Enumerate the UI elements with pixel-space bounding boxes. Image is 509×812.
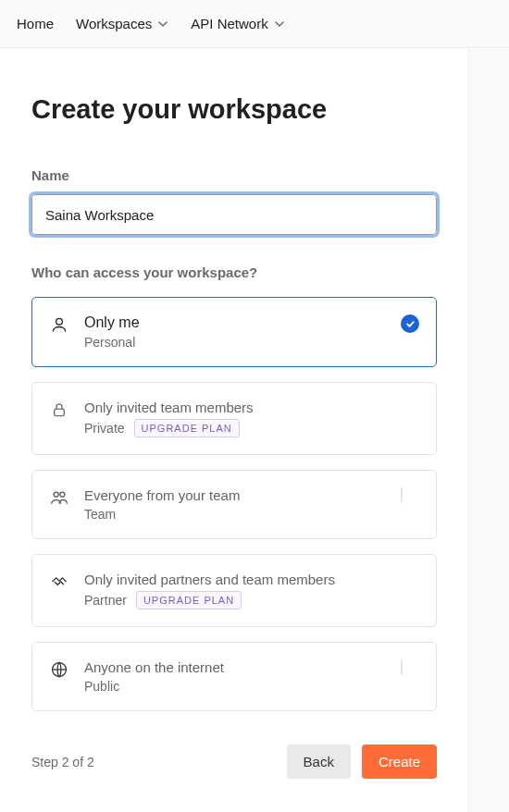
svg-point-0 (56, 318, 63, 325)
svg-point-2 (54, 492, 58, 497)
globe-icon (49, 659, 69, 680)
chevron-down-icon (274, 18, 285, 30)
nav-workspaces[interactable]: Workspaces (76, 16, 168, 31)
radio-empty-icon (401, 658, 403, 676)
option-body: Anyone on the internet Public (84, 659, 386, 694)
access-options: Only me Personal Only invited team membe… (31, 297, 437, 711)
handshake-icon (49, 572, 69, 592)
option-title: Only invited partners and team members (84, 572, 419, 587)
option-subtitle: Private (84, 421, 125, 436)
footer: Step 2 of 2 Back Create (31, 744, 437, 779)
back-button[interactable]: Back (287, 744, 351, 779)
name-label: Name (31, 167, 437, 183)
option-title: Only invited team members (84, 400, 419, 415)
access-option-private[interactable]: Only invited team members Private UPGRAD… (31, 382, 437, 455)
nav-workspaces-label: Workspaces (76, 16, 152, 31)
option-subtitle: Team (84, 507, 116, 522)
option-body: Only me Personal (84, 314, 386, 350)
option-title: Only me (84, 314, 386, 331)
chevron-down-icon (157, 18, 168, 30)
radio-indicator (401, 487, 419, 506)
access-label: Who can access your workspace? (31, 265, 437, 280)
option-body: Everyone from your team Team (84, 487, 386, 522)
create-button[interactable]: Create (362, 744, 437, 779)
option-subtitle: Personal (84, 335, 135, 350)
footer-buttons: Back Create (287, 744, 437, 779)
access-option-partner[interactable]: Only invited partners and team members P… (31, 554, 437, 627)
svg-point-3 (60, 492, 65, 497)
people-icon (49, 487, 69, 508)
option-title: Anyone on the internet (84, 659, 386, 675)
option-subtitle: Partner (84, 593, 127, 608)
upgrade-badge[interactable]: UPGRADE PLAN (136, 591, 242, 609)
step-indicator: Step 2 of 2 (31, 755, 94, 769)
access-option-public[interactable]: Anyone on the internet Public (31, 642, 437, 711)
selected-indicator (401, 314, 419, 333)
option-body: Only invited team members Private UPGRAD… (84, 400, 419, 437)
workspace-name-input[interactable] (31, 194, 437, 235)
access-option-team[interactable]: Everyone from your team Team (31, 470, 437, 539)
access-option-personal[interactable]: Only me Personal (31, 297, 437, 367)
page-title: Create your workspace (31, 94, 437, 125)
nav-api-network[interactable]: API Network (191, 16, 284, 31)
option-body: Only invited partners and team members P… (84, 572, 419, 609)
right-gutter (468, 49, 509, 812)
check-circle-icon (401, 314, 419, 333)
nav-api-network-label: API Network (191, 16, 267, 31)
nav-home[interactable]: Home (17, 16, 54, 31)
option-title: Everyone from your team (84, 487, 386, 503)
page-content: Create your workspace Name Who can acces… (0, 94, 468, 779)
top-nav: Home Workspaces API Network (0, 0, 509, 48)
svg-rect-1 (55, 409, 65, 416)
lock-icon (49, 400, 69, 420)
radio-indicator (401, 659, 419, 678)
radio-empty-icon (401, 486, 403, 504)
person-icon (49, 314, 69, 335)
upgrade-badge[interactable]: UPGRADE PLAN (134, 419, 240, 437)
option-subtitle: Public (84, 679, 119, 694)
